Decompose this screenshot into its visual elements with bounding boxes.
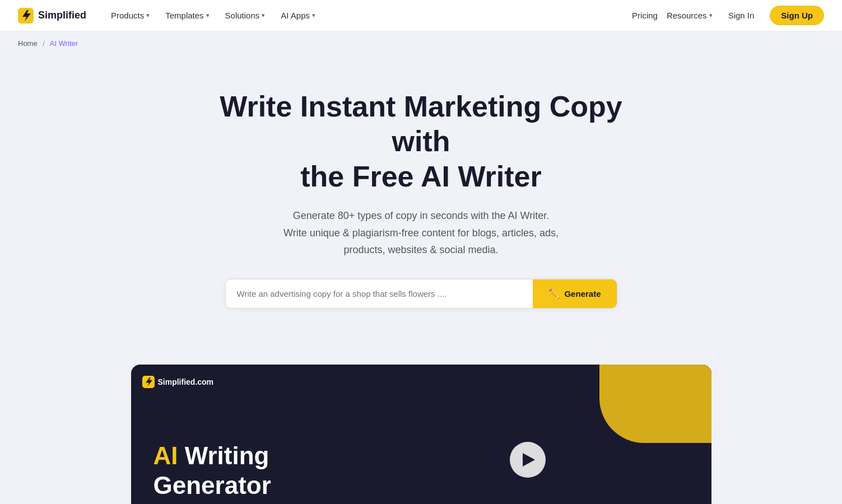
nav-templates[interactable]: Templates ▾ bbox=[159, 6, 216, 25]
breadcrumb-separator: / bbox=[43, 39, 45, 48]
hero-title: Write Instant Marketing Copy with the Fr… bbox=[187, 89, 655, 194]
logo-icon bbox=[18, 8, 34, 24]
video-wrapper: Simplified.com AI WritingGenerator The I… bbox=[131, 365, 711, 504]
solutions-chevron: ▾ bbox=[262, 12, 265, 19]
video-yellow-decoration bbox=[599, 365, 711, 443]
video-tag: AI WritingGenerator bbox=[153, 441, 322, 501]
play-icon bbox=[523, 453, 535, 466]
nav-resources[interactable]: Resources ▾ bbox=[667, 11, 713, 20]
nav-links: Products ▾ Templates ▾ Solutions ▾ AI Ap… bbox=[104, 6, 632, 25]
nav-solutions[interactable]: Solutions ▾ bbox=[218, 6, 272, 25]
ai-apps-chevron: ▾ bbox=[312, 12, 315, 19]
logo-link[interactable]: Simplified bbox=[18, 8, 86, 24]
breadcrumb: Home / AI Writer bbox=[0, 31, 842, 55]
logo-text: Simplified bbox=[38, 10, 86, 21]
video-ai-text: AI bbox=[153, 442, 178, 469]
video-section: Simplified.com AI WritingGenerator The I… bbox=[113, 365, 729, 504]
play-button[interactable] bbox=[510, 442, 546, 478]
nav-signin[interactable]: Sign In bbox=[722, 6, 761, 25]
templates-chevron: ▾ bbox=[206, 12, 210, 19]
generate-button[interactable]: ✏️ Generate bbox=[533, 279, 616, 308]
breadcrumb-home[interactable]: Home bbox=[18, 39, 38, 48]
navbar: Simplified Products ▾ Templates ▾ Soluti… bbox=[0, 0, 842, 31]
products-chevron: ▾ bbox=[146, 12, 150, 19]
hero-subtitle: Generate 80+ types of copy in seconds wi… bbox=[187, 207, 655, 259]
nav-ai-apps[interactable]: AI Apps ▾ bbox=[274, 6, 322, 25]
video-left: Simplified.com AI WritingGenerator bbox=[131, 392, 344, 504]
nav-signup-button[interactable]: Sign Up bbox=[770, 6, 824, 25]
nav-products[interactable]: Products ▾ bbox=[104, 6, 156, 25]
hero-section: Write Instant Marketing Copy with the Fr… bbox=[169, 55, 673, 331]
generate-icon: ✏️ bbox=[548, 288, 560, 299]
search-input[interactable] bbox=[226, 280, 533, 307]
breadcrumb-current: AI Writer bbox=[50, 39, 78, 48]
resources-chevron: ▾ bbox=[709, 12, 713, 19]
nav-right: Pricing Resources ▾ Sign In Sign Up bbox=[632, 6, 824, 25]
video-logo-icon bbox=[142, 376, 155, 388]
search-bar: ✏️ Generate bbox=[225, 279, 617, 309]
nav-pricing[interactable]: Pricing bbox=[632, 11, 658, 20]
video-logo: Simplified.com bbox=[142, 376, 214, 388]
